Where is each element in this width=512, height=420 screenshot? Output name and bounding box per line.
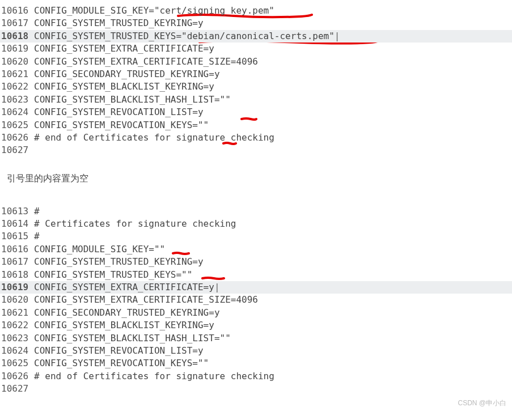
code-text: # end of Certificates for signature chec… <box>34 370 274 383</box>
line-number: 10613 <box>1 205 34 218</box>
line-number: 10620 <box>1 56 34 68</box>
code-line: 10623CONFIG_SYSTEM_BLACKLIST_HASH_LIST="… <box>0 332 512 345</box>
line-number: 10617 <box>1 256 34 268</box>
code-line: 10614# Certificates for signature checki… <box>0 218 512 230</box>
code-text: CONFIG_SYSTEM_EXTRA_CERTIFICATE_SIZE=409… <box>34 294 258 306</box>
watermark-text: CSDN @申小白 <box>458 398 506 408</box>
code-text: CONFIG_SYSTEM_TRUSTED_KEYS="debian/canon… <box>34 30 335 43</box>
code-line: 10622CONFIG_SYSTEM_BLACKLIST_KEYRING=y <box>0 319 512 332</box>
line-number: 10625 <box>1 119 34 131</box>
code-line: 10620CONFIG_SYSTEM_EXTRA_CERTIFICATE_SIZ… <box>0 294 512 306</box>
code-line: 10622CONFIG_SYSTEM_BLACKLIST_KEYRING=y <box>0 80 512 93</box>
code-line: 10616CONFIG_MODULE_SIG_KEY="" <box>0 243 512 256</box>
code-text: CONFIG_SYSTEM_REVOCATION_LIST=y <box>34 106 204 118</box>
code-text: CONFIG_SYSTEM_BLACKLIST_KEYRING=y <box>34 80 214 93</box>
code-text: # <box>34 205 40 218</box>
code-text: CONFIG_SYSTEM_BLACKLIST_HASH_LIST="" <box>34 332 231 345</box>
code-text: CONFIG_SYSTEM_TRUSTED_KEYS="" <box>34 269 192 281</box>
code-text: CONFIG_SYSTEM_BLACKLIST_KEYRING=y <box>34 319 214 332</box>
code-text: CONFIG_SYSTEM_REVOCATION_KEYS="" <box>34 119 209 131</box>
code-line: 10624CONFIG_SYSTEM_REVOCATION_LIST=y <box>0 345 512 357</box>
code-text: CONFIG_SYSTEM_EXTRA_CERTIFICATE=y <box>34 43 214 55</box>
code-line: 10615# <box>0 230 512 243</box>
code-line: 10621CONFIG_SECONDARY_TRUSTED_KEYRING=y <box>0 68 512 80</box>
text-cursor: | <box>214 281 220 294</box>
code-text: CONFIG_SYSTEM_BLACKLIST_HASH_LIST="" <box>34 94 231 106</box>
line-number: 10621 <box>1 307 34 319</box>
code-block-before: 10616CONFIG_MODULE_SIG_KEY="cert/signing… <box>0 5 512 157</box>
line-number: 10624 <box>1 345 34 357</box>
line-number: 10627 <box>1 144 34 156</box>
code-line: 10626# end of Certificates for signature… <box>0 370 512 383</box>
code-line: 10627 <box>0 383 512 395</box>
code-text: CONFIG_SECONDARY_TRUSTED_KEYRING=y <box>34 307 220 319</box>
line-number: 10625 <box>1 357 34 370</box>
code-text: # <box>34 230 40 243</box>
code-line: 10619CONFIG_SYSTEM_EXTRA_CERTIFICATE=y <box>0 43 512 55</box>
line-number: 10622 <box>1 319 34 332</box>
code-line: 10627 <box>0 144 512 156</box>
line-number: 10622 <box>1 80 34 93</box>
line-number: 10627 <box>1 383 34 395</box>
line-number: 10626 <box>1 131 34 144</box>
line-number: 10618 <box>1 30 34 43</box>
code-text: CONFIG_SYSTEM_REVOCATION_LIST=y <box>34 345 204 357</box>
code-line: 10625CONFIG_SYSTEM_REVOCATION_KEYS="" <box>0 119 512 131</box>
code-line: 10624CONFIG_SYSTEM_REVOCATION_LIST=y <box>0 106 512 118</box>
code-line: 10617CONFIG_SYSTEM_TRUSTED_KEYRING=y <box>0 256 512 268</box>
code-line-current: 10618CONFIG_SYSTEM_TRUSTED_KEYS="debian/… <box>0 30 512 43</box>
code-text: CONFIG_SYSTEM_REVOCATION_KEYS="" <box>34 357 209 370</box>
code-text: CONFIG_SYSTEM_EXTRA_CERTIFICATE=y <box>34 281 214 294</box>
line-number: 10618 <box>1 269 34 281</box>
line-number: 10621 <box>1 68 34 80</box>
code-line: 10626# end of Certificates for signature… <box>0 131 512 144</box>
code-line: 10620CONFIG_SYSTEM_EXTRA_CERTIFICATE_SIZ… <box>0 56 512 68</box>
code-line: 10616CONFIG_MODULE_SIG_KEY="cert/signing… <box>0 5 512 17</box>
line-number: 10626 <box>1 370 34 383</box>
code-text: CONFIG_SYSTEM_EXTRA_CERTIFICATE_SIZE=409… <box>34 56 258 68</box>
code-line-current: 10619CONFIG_SYSTEM_EXTRA_CERTIFICATE=y| <box>0 281 512 294</box>
code-text: CONFIG_SECONDARY_TRUSTED_KEYRING=y <box>34 68 220 80</box>
code-line: 10618CONFIG_SYSTEM_TRUSTED_KEYS="" <box>0 269 512 281</box>
code-text: CONFIG_MODULE_SIG_KEY="" <box>34 243 165 256</box>
code-block-after: 10613# 10614# Certificates for signature… <box>0 205 512 396</box>
code-text: CONFIG_MODULE_SIG_KEY="cert/signing_key.… <box>34 5 274 17</box>
line-number: 10615 <box>1 230 34 243</box>
line-number: 10619 <box>1 43 34 55</box>
line-number: 10623 <box>1 332 34 345</box>
code-line: 10617CONFIG_SYSTEM_TRUSTED_KEYRING=y <box>0 17 512 29</box>
code-line: 10621CONFIG_SECONDARY_TRUSTED_KEYRING=y <box>0 307 512 319</box>
code-text: # Certificates for signature checking <box>34 218 236 230</box>
line-number: 10617 <box>1 17 34 29</box>
code-line: 10613# <box>0 205 512 218</box>
line-number: 10619 <box>1 281 34 294</box>
code-text: # end of Certificates for signature chec… <box>34 131 274 144</box>
line-number: 10616 <box>1 5 34 17</box>
caption-text: 引号里的内容置为空 <box>7 173 512 185</box>
code-line: 10625CONFIG_SYSTEM_REVOCATION_KEYS="" <box>0 357 512 370</box>
code-text: CONFIG_SYSTEM_TRUSTED_KEYRING=y <box>34 17 204 29</box>
code-text: CONFIG_SYSTEM_TRUSTED_KEYRING=y <box>34 256 204 268</box>
line-number: 10624 <box>1 106 34 118</box>
line-number: 10614 <box>1 218 34 230</box>
line-number: 10620 <box>1 294 34 306</box>
line-number: 10616 <box>1 243 34 256</box>
text-cursor: | <box>335 30 340 43</box>
line-number: 10623 <box>1 94 34 106</box>
code-line: 10623CONFIG_SYSTEM_BLACKLIST_HASH_LIST="… <box>0 94 512 106</box>
